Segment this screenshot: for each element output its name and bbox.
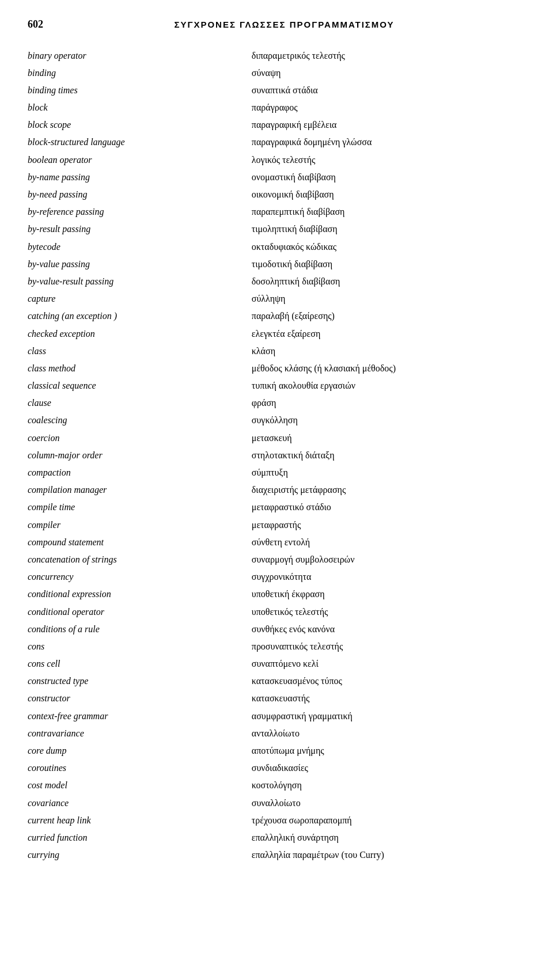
table-row: clauseφράση: [28, 394, 525, 412]
translation-cell: ελεγκτέα εξαίρεση: [252, 325, 525, 342]
term-cell: conditional expression: [28, 586, 252, 603]
term-cell: constructor: [28, 690, 252, 707]
table-row: context-free grammarασυμφραστική γραμματ…: [28, 707, 525, 724]
table-row: compilation managerδιαχειριστής μετάφρασ…: [28, 481, 525, 499]
term-cell: boolean operator: [28, 151, 252, 168]
table-row: current heap linkτρέχουσα σωροπαραπομπή: [28, 811, 525, 829]
page-header: 602 ΣΥΓΧΡΟΝΕΣ ΓΛΩΣΣΕΣ ΠΡΟΓΡΑΜΜΑΤΙΣΜΟΥ: [28, 18, 525, 31]
term-cell: binding times: [28, 81, 252, 98]
table-row: binary operatorδιπαραμετρικός τελεστής: [28, 47, 525, 64]
translation-cell: μεταφραστής: [252, 516, 525, 533]
translation-cell: προσυναπτικός τελεστής: [252, 637, 525, 655]
term-cell: concurrency: [28, 568, 252, 586]
term-cell: by-need passing: [28, 186, 252, 203]
table-row: contravarianceανταλλοίωτο: [28, 724, 525, 742]
translation-cell: κατασκευαστής: [252, 690, 525, 707]
translation-cell: συναπτικά στάδια: [252, 81, 525, 98]
table-row: compile timeμεταφραστικό στάδιο: [28, 499, 525, 516]
translation-cell: αποτύπωμα μνήμης: [252, 742, 525, 759]
term-cell: compiler: [28, 516, 252, 533]
translation-cell: παράγραφος: [252, 99, 525, 116]
translation-cell: παραγραφική εμβέλεια: [252, 116, 525, 134]
translation-cell: συγκόλληση: [252, 412, 525, 429]
translation-cell: τιμοληπτική διαβίβαση: [252, 221, 525, 238]
table-row: covarianceσυναλλοίωτο: [28, 794, 525, 811]
translation-cell: κατασκευασμένος τύπος: [252, 673, 525, 690]
translation-cell: μέθοδος κλάσης (ή κλασιακή μέθοδος): [252, 359, 525, 377]
term-cell: cost model: [28, 777, 252, 794]
translation-cell: ασυμφραστική γραμματική: [252, 707, 525, 724]
translation-cell: λογικός τελεστής: [252, 151, 525, 168]
table-row: constructed typeκατασκευασμένος τύπος: [28, 673, 525, 690]
term-cell: compilation manager: [28, 481, 252, 499]
term-cell: compound statement: [28, 533, 252, 550]
translation-cell: συναρμογή συμβολοσειρών: [252, 550, 525, 568]
table-row: block scopeπαραγραφική εμβέλεια: [28, 116, 525, 134]
translation-cell: οκταδυφιακός κώδικας: [252, 238, 525, 255]
translation-cell: κλάση: [252, 342, 525, 359]
translation-cell: παραγραφικά δομημένη γλώσσα: [252, 134, 525, 151]
translation-cell: παραπεμπτική διαβίβαση: [252, 203, 525, 221]
translation-cell: διαχειριστής μετάφρασης: [252, 481, 525, 499]
term-cell: conditional operator: [28, 603, 252, 620]
term-cell: class: [28, 342, 252, 359]
term-cell: covariance: [28, 794, 252, 811]
term-cell: block scope: [28, 116, 252, 134]
glossary-table: binary operatorδιπαραμετρικός τελεστήςbi…: [28, 47, 525, 864]
term-cell: context-free grammar: [28, 707, 252, 724]
term-cell: compile time: [28, 499, 252, 516]
term-cell: by-value passing: [28, 255, 252, 272]
term-cell: column-major order: [28, 446, 252, 464]
table-row: bytecodeοκταδυφιακός κώδικας: [28, 238, 525, 255]
table-row: by-value passingτιμοδοτική διαβίβαση: [28, 255, 525, 272]
table-row: by-value-result passingδοσοληπτική διαβί…: [28, 272, 525, 290]
translation-cell: φράση: [252, 394, 525, 412]
translation-cell: μετασκευή: [252, 429, 525, 446]
table-row: by-name passingονομαστική διαβίβαση: [28, 168, 525, 185]
term-cell: curried function: [28, 829, 252, 846]
table-row: coercionμετασκευή: [28, 429, 525, 446]
term-cell: coroutines: [28, 759, 252, 777]
table-row: coalescingσυγκόλληση: [28, 412, 525, 429]
table-row: by-need passingοικονομική διαβίβαση: [28, 186, 525, 203]
translation-cell: τιμοδοτική διαβίβαση: [252, 255, 525, 272]
translation-cell: ανταλλοίωτο: [252, 724, 525, 742]
translation-cell: μεταφραστικό στάδιο: [252, 499, 525, 516]
translation-cell: οικονομική διαβίβαση: [252, 186, 525, 203]
translation-cell: σύλληψη: [252, 290, 525, 307]
term-cell: by-result passing: [28, 221, 252, 238]
term-cell: concatenation of strings: [28, 550, 252, 568]
table-row: conditional operatorυποθετικός τελεστής: [28, 603, 525, 620]
translation-cell: τυπική ακολουθία εργασιών: [252, 377, 525, 394]
table-row: consπροσυναπτικός τελεστής: [28, 637, 525, 655]
book-title: ΣΥΓΧΡΟΝΕΣ ΓΛΩΣΣΕΣ ΠΡΟΓΡΑΜΜΑΤΙΣΜΟΥ: [43, 20, 525, 29]
term-cell: catching (an exception ): [28, 307, 252, 325]
table-row: classical sequenceτυπική ακολουθία εργασ…: [28, 377, 525, 394]
term-cell: class method: [28, 359, 252, 377]
table-row: captureσύλληψη: [28, 290, 525, 307]
table-row: catching (an exception )παραλαβή (εξαίρε…: [28, 307, 525, 325]
term-cell: constructed type: [28, 673, 252, 690]
term-cell: current heap link: [28, 811, 252, 829]
term-cell: bytecode: [28, 238, 252, 255]
term-cell: binding: [28, 64, 252, 81]
term-cell: block: [28, 99, 252, 116]
term-cell: by-value-result passing: [28, 272, 252, 290]
table-row: curryingεπαλληλία παραμέτρων (του Curry): [28, 846, 525, 864]
translation-cell: υποθετικός τελεστής: [252, 603, 525, 620]
term-cell: classical sequence: [28, 377, 252, 394]
translation-cell: παραλαβή (εξαίρεσης): [252, 307, 525, 325]
term-cell: checked exception: [28, 325, 252, 342]
term-cell: contravariance: [28, 724, 252, 742]
term-cell: cons cell: [28, 655, 252, 673]
translation-cell: συναλλοίωτο: [252, 794, 525, 811]
term-cell: block-structured language: [28, 134, 252, 151]
term-cell: coercion: [28, 429, 252, 446]
term-cell: by-reference passing: [28, 203, 252, 221]
page-number: 602: [28, 18, 43, 31]
translation-cell: τρέχουσα σωροπαραπομπή: [252, 811, 525, 829]
translation-cell: διπαραμετρικός τελεστής: [252, 47, 525, 64]
table-row: constructorκατασκευαστής: [28, 690, 525, 707]
table-row: cost modelκοστολόγηση: [28, 777, 525, 794]
translation-cell: επαλληλία παραμέτρων (του Curry): [252, 846, 525, 864]
